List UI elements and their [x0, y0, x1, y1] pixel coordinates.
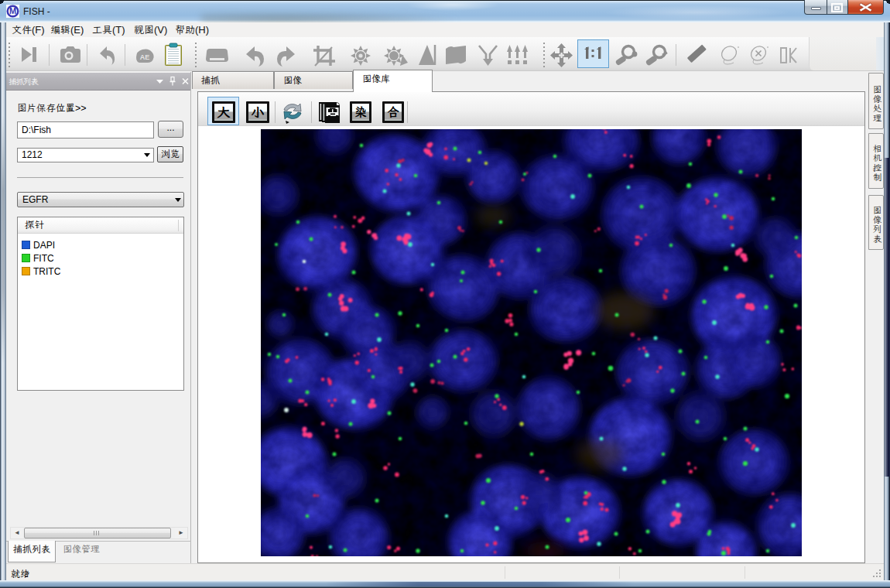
svg-text:M: M — [9, 6, 16, 15]
svg-text:AE: AE — [140, 53, 150, 61]
